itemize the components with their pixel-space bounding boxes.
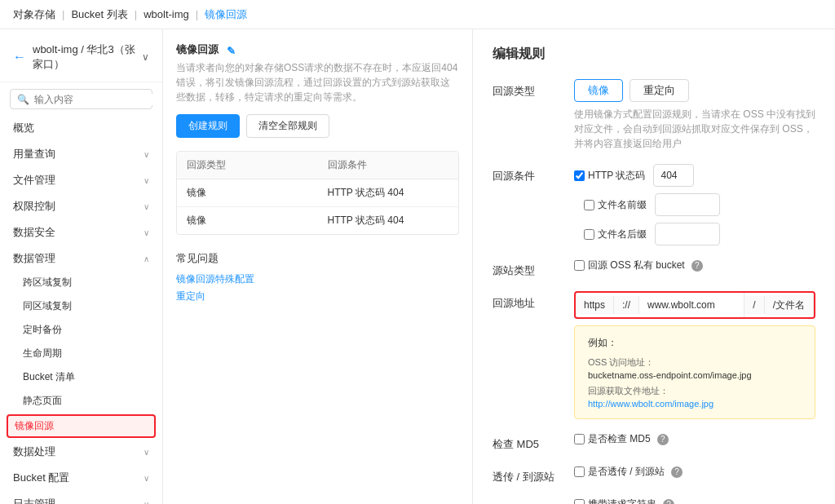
url-protocol: https bbox=[576, 296, 614, 314]
sidebar-item-permissions[interactable]: 权限控制 ∨ bbox=[0, 194, 162, 219]
source-address-label-ex: 回源获取文件地址： bbox=[588, 385, 802, 397]
left-panel: 镜像回源 ✎ 当请求者向您的对象存储OSS请求的数据不存在时，本应返回404错误… bbox=[163, 29, 473, 504]
source-type-label: 回源类型 bbox=[493, 79, 574, 99]
create-rule-button[interactable]: 创建规则 bbox=[176, 114, 240, 138]
chevron-icon: ∨ bbox=[144, 228, 149, 237]
filename-suffix-label: 文件名后缀 bbox=[598, 228, 647, 241]
http-status-checkbox[interactable] bbox=[574, 170, 585, 181]
url-suffix: /文件名 bbox=[765, 295, 814, 316]
source-site-checkbox[interactable] bbox=[574, 260, 585, 271]
search-input[interactable] bbox=[34, 94, 157, 105]
url-separator: :// bbox=[614, 296, 639, 314]
sidebar-item-same-region[interactable]: 同区域复制 bbox=[0, 294, 162, 318]
chevron-icon: ∨ bbox=[144, 176, 149, 185]
breadcrumb: wbolt-img / 华北3（张家口） bbox=[33, 42, 135, 72]
back-arrow[interactable]: ← bbox=[13, 50, 26, 64]
sidebar-item-lifecycle[interactable]: 生命周期 bbox=[0, 342, 162, 365]
source-params-label: 回源参数 bbox=[493, 497, 574, 504]
filename-prefix-checkbox[interactable] bbox=[584, 200, 594, 210]
source-params-checkbox[interactable] bbox=[574, 499, 585, 504]
sidebar-item-cross-region[interactable]: 跨区域复制 bbox=[0, 271, 162, 294]
check-md5-checkbox[interactable] bbox=[574, 434, 585, 444]
example-title: 例如： bbox=[588, 336, 802, 350]
source-address-label: 回源地址 bbox=[493, 291, 574, 311]
sidebar-item-static-page[interactable]: 静态页面 bbox=[0, 389, 162, 413]
chevron-icon: ∨ bbox=[144, 448, 149, 457]
chevron-icon: ∧ bbox=[144, 254, 149, 263]
faq-link-redirect[interactable]: 重定向 bbox=[176, 290, 459, 303]
filename-prefix-input[interactable] bbox=[655, 193, 720, 216]
left-panel-title: 镜像回源 bbox=[176, 42, 219, 57]
url-domain-input[interactable] bbox=[647, 296, 736, 314]
transparent-checkbox-label: 是否透传 / 到源站 bbox=[588, 465, 665, 479]
source-type-redirect[interactable]: 重定向 bbox=[630, 79, 689, 102]
faq-title: 常见问题 bbox=[176, 251, 459, 266]
filename-suffix-checkbox[interactable] bbox=[584, 229, 594, 240]
sidebar-item-data-processing[interactable]: 数据处理 ∨ bbox=[0, 440, 162, 464]
chevron-icon: ∨ bbox=[144, 202, 149, 211]
sidebar-item-usage[interactable]: 用量查询 ∨ bbox=[0, 142, 162, 166]
filename-prefix-label: 文件名前缀 bbox=[598, 198, 647, 212]
source-condition-label: 回源条件 bbox=[493, 164, 574, 183]
sidebar-item-data-security[interactable]: 数据安全 ∨ bbox=[0, 220, 162, 245]
rule-type-1: 镜像 bbox=[177, 179, 318, 206]
nav-item-bucket-list[interactable]: Bucket 列表 bbox=[71, 7, 127, 22]
http-status-input[interactable] bbox=[653, 164, 694, 187]
example-box: 例如： OSS 访问地址： bucketname.oss-endpoint.co… bbox=[574, 325, 815, 419]
question-icon-transparent[interactable]: ? bbox=[671, 466, 683, 478]
sidebar: ← wbolt-img / 华北3（张家口） ∨ 🔍 ☆ 概览 用量查询 ∨ 文… bbox=[0, 29, 163, 504]
top-nav: 对象存储 | Bucket 列表 | wbolt-img | 镜像回源 bbox=[0, 0, 835, 29]
rules-table: 回源类型 回源条件 镜像 HTTP 状态码 404 镜像 HTTP 状态码 40… bbox=[176, 151, 459, 235]
left-panel-desc: 当请求者向您的对象存储OSS请求的数据不存在时，本应返回404错误，将引发镜像回… bbox=[176, 60, 459, 104]
http-status-label: HTTP 状态码 bbox=[588, 169, 645, 183]
filename-suffix-input[interactable] bbox=[655, 223, 720, 245]
sidebar-item-mirror-source[interactable]: 镜像回源 bbox=[7, 414, 156, 438]
question-icon[interactable]: ? bbox=[691, 260, 703, 272]
source-params-checkbox-label: 携带请求字符串 bbox=[588, 497, 656, 504]
check-md5-label: 检查 MD5 bbox=[493, 432, 574, 452]
source-site-checkbox-label: 回源 OSS 私有 bucket bbox=[588, 259, 685, 272]
sidebar-item-data-mgmt[interactable]: 数据管理 ∧ bbox=[0, 246, 162, 271]
chevron-down-icon[interactable]: ∨ bbox=[142, 51, 149, 63]
rule-condition-2: HTTP 状态码 404 bbox=[318, 207, 459, 234]
nav-item-mirror[interactable]: 镜像回源 bbox=[205, 7, 247, 22]
question-icon-params[interactable]: ? bbox=[663, 499, 674, 505]
sidebar-item-scheduled-backup[interactable]: 定时备份 bbox=[0, 318, 162, 342]
source-site-label: 源站类型 bbox=[493, 259, 574, 278]
clear-rules-button[interactable]: 清空全部规则 bbox=[246, 114, 329, 138]
url-domain bbox=[639, 293, 744, 317]
source-url[interactable]: http://www.wbolt.com/image.jpg bbox=[588, 399, 802, 409]
oss-url: bucketname.oss-endpoint.com/image.jpg bbox=[588, 370, 802, 380]
sidebar-item-bucket-config[interactable]: Bucket 配置 ∨ bbox=[0, 466, 162, 490]
transparent-label: 透传 / 到源站 bbox=[493, 465, 574, 484]
search-icon: 🔍 bbox=[17, 94, 29, 105]
source-type-desc: 使用镜像方式配置回源规则，当请求在 OSS 中没有找到对应文件，会自动到回源站抓… bbox=[574, 107, 815, 151]
url-slash: / bbox=[744, 296, 764, 314]
table-row[interactable]: 镜像 HTTP 状态码 404 bbox=[177, 179, 458, 207]
url-input-group: https :// / /文件名 bbox=[574, 291, 815, 319]
sidebar-item-overview[interactable]: 概览 bbox=[0, 116, 162, 140]
question-icon-md5[interactable]: ? bbox=[657, 434, 669, 445]
chevron-icon: ∨ bbox=[144, 500, 149, 505]
sidebar-item-log-mgmt[interactable]: 日志管理 ∨ bbox=[0, 492, 162, 504]
col-type-header: 回源类型 bbox=[177, 152, 318, 179]
nav-item-bucket[interactable]: wbolt-img bbox=[144, 8, 189, 20]
rule-condition-1: HTTP 状态码 404 bbox=[318, 179, 459, 206]
rule-type-2: 镜像 bbox=[177, 207, 318, 234]
transparent-checkbox[interactable] bbox=[574, 466, 585, 477]
chevron-icon: ∨ bbox=[144, 474, 149, 483]
chevron-icon: ∨ bbox=[144, 150, 149, 159]
right-panel-title: 编辑规则 bbox=[493, 46, 815, 63]
sidebar-item-file-mgmt[interactable]: 文件管理 ∨ bbox=[0, 168, 162, 192]
right-panel: 编辑规则 回源类型 镜像 重定向 使用镜像方式配置回源规则，当请求在 OSS 中… bbox=[473, 29, 835, 504]
sidebar-item-bucket-inventory[interactable]: Bucket 清单 bbox=[0, 365, 162, 389]
check-md5-checkbox-label: 是否检查 MD5 bbox=[588, 432, 651, 446]
table-row[interactable]: 镜像 HTTP 状态码 404 bbox=[177, 207, 458, 234]
edit-icon[interactable]: ✎ bbox=[227, 45, 236, 55]
faq-link-mirror[interactable]: 镜像回源特殊配置 bbox=[176, 272, 459, 286]
col-condition-header: 回源条件 bbox=[318, 152, 459, 179]
source-type-mirror[interactable]: 镜像 bbox=[574, 79, 623, 102]
nav-item-object-storage[interactable]: 对象存储 bbox=[13, 7, 55, 22]
oss-address-label: OSS 访问地址： bbox=[588, 356, 802, 369]
